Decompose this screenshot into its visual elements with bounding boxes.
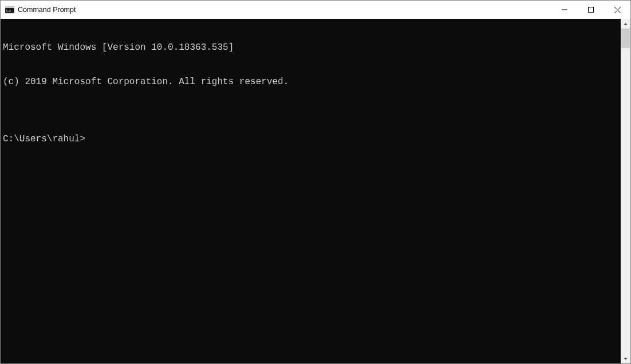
vertical-scrollbar[interactable]: [621, 19, 630, 363]
close-button[interactable]: [604, 1, 630, 19]
minimize-button[interactable]: [551, 1, 578, 19]
titlebar-left: C:\ Command Prompt: [5, 5, 76, 14]
terminal-prompt: C:\Users\rahul>: [3, 133, 618, 145]
window-title: Command Prompt: [18, 6, 76, 14]
svg-text:C:\: C:\: [6, 9, 11, 13]
terminal-output[interactable]: Microsoft Windows [Version 10.0.18363.53…: [1, 19, 621, 363]
terminal-line: (c) 2019 Microsoft Corporation. All righ…: [3, 76, 618, 88]
window-controls: [551, 1, 630, 19]
content-wrap: Microsoft Windows [Version 10.0.18363.53…: [1, 19, 630, 363]
maximize-button[interactable]: [578, 1, 604, 19]
cmd-icon: C:\: [5, 5, 14, 14]
svg-rect-4: [589, 7, 594, 13]
titlebar[interactable]: C:\ Command Prompt: [1, 1, 630, 19]
scroll-thumb[interactable]: [621, 29, 630, 48]
scroll-down-arrow-icon[interactable]: [621, 354, 630, 363]
scroll-up-arrow-icon[interactable]: [621, 19, 630, 29]
scroll-track[interactable]: [621, 29, 630, 354]
svg-rect-1: [5, 6, 14, 8]
terminal-line: Microsoft Windows [Version 10.0.18363.53…: [3, 42, 618, 53]
